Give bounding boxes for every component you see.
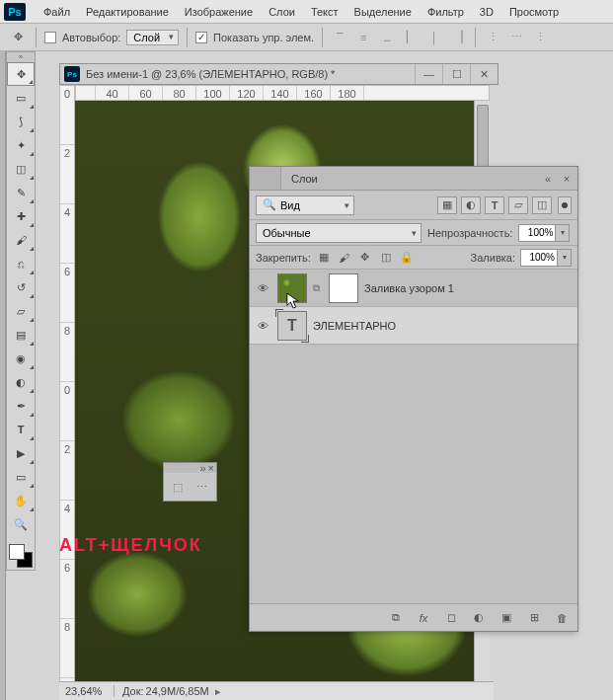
document-titlebar[interactable]: Ps Без имени-1 @ 23,6% (ЭЛЕМЕНТАРНО, RGB… <box>59 63 498 85</box>
document-title: Без имени-1 @ 23,6% (ЭЛЕМЕНТАРНО, RGB/8)… <box>86 68 415 80</box>
foreground-color-swatch[interactable] <box>9 544 25 560</box>
menu-layers[interactable]: Слои <box>261 2 303 22</box>
healing-brush-tool[interactable]: ✚ <box>7 204 35 228</box>
menu-icon[interactable]: ⋯ <box>192 477 211 497</box>
3d-icon[interactable]: ⬚ <box>168 477 188 497</box>
hand-tool[interactable]: ✋ <box>7 489 35 512</box>
opacity-input[interactable]: ▾ <box>518 224 570 242</box>
distribute-icon[interactable]: ⋮ <box>531 29 549 46</box>
autoselect-checkbox[interactable] <box>44 32 56 43</box>
gradient-tool[interactable]: ▤ <box>7 323 35 347</box>
doc-size[interactable]: Док: 24,9M/6,85M ▸ <box>115 685 221 698</box>
show-controls-checkbox[interactable] <box>195 32 207 43</box>
lock-transparent-icon[interactable]: ▦ <box>316 250 332 266</box>
distribute-icon[interactable]: ⋯ <box>507 29 525 46</box>
menu-image[interactable]: Изображение <box>177 2 261 22</box>
eyedropper-tool[interactable]: ✎ <box>7 181 35 204</box>
panel-collapse-icon[interactable]: « <box>540 171 556 187</box>
ruler-vertical[interactable]: 0 2 4 6 8 0 2 4 6 8 <box>59 85 75 700</box>
align-vcenter-icon[interactable]: ≡ <box>354 29 372 46</box>
new-group-icon[interactable]: ▣ <box>498 610 514 626</box>
layer-name[interactable]: ЭЛЕМЕНТАРНО <box>313 320 396 332</box>
marquee-tool[interactable]: ▭ <box>7 86 35 110</box>
dodge-tool[interactable]: ◐ <box>7 370 35 394</box>
layer-row[interactable]: 👁 T ЭЛЕМЕНТАРНО <box>250 307 577 345</box>
pen-tool[interactable]: ✒ <box>7 394 35 418</box>
chevron-down-icon[interactable]: ▾ <box>556 224 570 242</box>
filter-type-select[interactable]: 🔍 Вид ▾ <box>256 195 354 215</box>
align-left-icon[interactable]: ▏ <box>402 29 420 46</box>
visibility-toggle[interactable]: 👁 <box>254 282 271 294</box>
eraser-tool[interactable]: ▱ <box>7 299 35 323</box>
chevron-down-icon[interactable]: ▾ <box>558 249 572 267</box>
close-icon[interactable]: × <box>208 462 214 474</box>
autoselect-target-select[interactable]: Слой <box>126 30 179 45</box>
add-mask-icon[interactable]: ◻ <box>443 610 459 626</box>
shape-tool[interactable]: ▭ <box>7 465 35 489</box>
new-layer-icon[interactable]: ⊞ <box>526 610 542 626</box>
collapse-icon[interactable]: » <box>199 462 205 474</box>
menu-select[interactable]: Выделение <box>346 2 420 22</box>
brush-tool[interactable]: 🖌 <box>7 228 35 252</box>
mini-panel[interactable]: »× ⬚ ⋯ <box>163 462 217 502</box>
fill-input[interactable]: ▾ <box>520 249 572 267</box>
layers-panel-header[interactable]: Слои « × <box>250 167 577 191</box>
zoom-level[interactable]: 23,64% <box>59 685 115 697</box>
clone-stamp-tool[interactable]: ⎌ <box>7 252 35 275</box>
type-tool[interactable]: T <box>7 418 35 441</box>
layer-fx-icon[interactable]: fx <box>416 610 431 626</box>
opacity-field[interactable] <box>518 224 556 242</box>
delete-layer-icon[interactable]: 🗑 <box>554 610 570 626</box>
lasso-tool[interactable]: ⟆ <box>7 110 35 133</box>
menu-text[interactable]: Текст <box>303 2 346 22</box>
menu-file[interactable]: Файл <box>36 2 78 22</box>
move-tool[interactable]: ✥ <box>7 62 35 86</box>
maximize-button[interactable]: ☐ <box>442 64 470 84</box>
menu-edit[interactable]: Редактирование <box>78 2 177 22</box>
crop-tool[interactable]: ◫ <box>7 157 35 181</box>
align-top-icon[interactable]: ⎺ <box>331 29 348 46</box>
distribute-icon[interactable]: ⋮ <box>484 29 501 46</box>
blend-mode-select[interactable]: Обычные▾ <box>256 223 421 243</box>
visibility-toggle[interactable]: 👁 <box>254 320 271 332</box>
lock-all-icon[interactable]: 🔒 <box>399 250 415 266</box>
adjustment-layer-icon[interactable]: ◐ <box>471 610 487 626</box>
filter-pixel-icon[interactable]: ▦ <box>437 196 457 214</box>
mini-panel-header[interactable]: »× <box>164 463 216 473</box>
lock-pixels-icon[interactable]: 🖌 <box>337 250 352 266</box>
filter-shape-icon[interactable]: ▱ <box>508 196 528 214</box>
panel-close-icon[interactable]: × <box>559 171 575 187</box>
layer-row[interactable]: 👁 ⧉ Заливка узором 1 <box>250 270 577 307</box>
blur-tool[interactable]: ◉ <box>7 347 35 370</box>
magic-wand-tool[interactable]: ✦ <box>7 133 35 157</box>
doc-size-label: Док: <box>122 685 144 697</box>
ruler-horizontal[interactable]: 40 60 80 100 120 140 160 180 <box>75 85 490 101</box>
zoom-tool[interactable]: 🔍 <box>7 512 35 536</box>
chevron-right-icon[interactable]: ▸ <box>215 685 221 698</box>
color-swatches[interactable] <box>7 542 35 570</box>
filter-adjustment-icon[interactable]: ◐ <box>461 196 481 214</box>
layer-thumbnail[interactable]: T <box>277 311 307 341</box>
minimize-button[interactable]: — <box>415 64 442 84</box>
toolbox-collapse[interactable]: » <box>7 52 35 62</box>
menu-3d[interactable]: 3D <box>472 2 501 22</box>
filter-smart-icon[interactable]: ◫ <box>532 196 552 214</box>
layer-thumbnail[interactable] <box>277 273 307 303</box>
path-select-tool[interactable]: ▶ <box>7 441 35 465</box>
layer-mask-thumbnail[interactable] <box>329 273 358 303</box>
menu-view[interactable]: Просмотр <box>501 2 567 22</box>
filter-toggle[interactable] <box>558 196 572 214</box>
filter-type-icon[interactable]: T <box>485 196 504 214</box>
lock-artboard-icon[interactable]: ◫ <box>378 250 394 266</box>
lock-position-icon[interactable]: ✥ <box>357 250 373 266</box>
menu-filter[interactable]: Фильтр <box>420 2 472 22</box>
align-hcenter-icon[interactable]: │ <box>425 29 443 46</box>
fill-field[interactable] <box>520 249 558 267</box>
close-button[interactable]: ✕ <box>470 64 498 84</box>
align-bottom-icon[interactable]: ⎽ <box>378 29 396 46</box>
layers-filter-row: 🔍 Вид ▾ ▦ ◐ T ▱ ◫ <box>250 191 577 220</box>
align-right-icon[interactable]: ▕ <box>449 29 467 46</box>
link-layers-icon[interactable]: ⧉ <box>388 610 404 626</box>
history-brush-tool[interactable]: ↺ <box>7 275 35 299</box>
layer-name[interactable]: Заливка узором 1 <box>364 282 454 294</box>
